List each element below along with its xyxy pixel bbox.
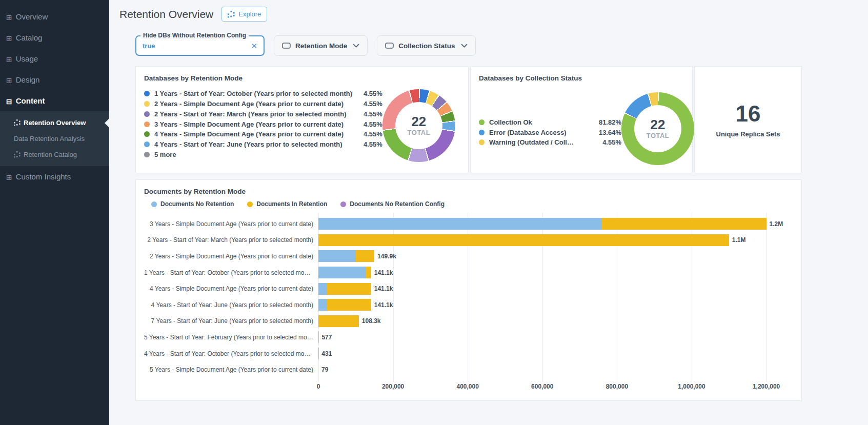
retention-mode-donut-chart[interactable]: 22 TOTAL bbox=[382, 89, 455, 162]
bar-segment[interactable] bbox=[366, 267, 371, 278]
bar-row: 4 Years - Simple Document Age (Years pri… bbox=[144, 280, 793, 297]
sidebar-item-label: Content bbox=[16, 96, 45, 105]
sidebar-item-data-retention-analysis[interactable]: Data Retention Analysis bbox=[0, 131, 109, 147]
bar-track[interactable]: 141.1k bbox=[318, 283, 793, 295]
x-axis-tick-label: 800,000 bbox=[606, 383, 628, 390]
legend-percent: 4.55% bbox=[595, 138, 621, 146]
bar-track[interactable]: 431 bbox=[318, 348, 793, 359]
legend-color-dot bbox=[144, 122, 150, 127]
hide-dbs-filter-input[interactable]: Hide DBs Without Retention Config true ✕ bbox=[135, 35, 265, 56]
legend-label: 4 Years - Simple Document Age (Years pri… bbox=[154, 130, 360, 138]
explore-button-label: Explore bbox=[238, 10, 261, 18]
legend-percent: 4.55% bbox=[364, 120, 382, 128]
retention-mode-legend: 1 Years - Start of Year: October (Years … bbox=[144, 89, 382, 159]
bar-category-label: 2 Years - Start of Year: March (Years pr… bbox=[144, 236, 318, 244]
filter-value: true bbox=[143, 42, 251, 50]
sidebar-item-retention-overview[interactable]: Retention Overview bbox=[0, 115, 109, 131]
legend-label: 3 Years - Simple Document Age (Years pri… bbox=[154, 120, 360, 128]
bar-row: 2 Years - Start of Year: March (Years pr… bbox=[144, 232, 793, 249]
bar-row: 1 Years - Start of Year: October (Years … bbox=[144, 265, 793, 281]
card-documents-by-retention-mode: Documents by Retention Mode Documents No… bbox=[135, 179, 802, 401]
bar-track[interactable]: 1.2M bbox=[318, 218, 793, 230]
legend-percent: 4.55% bbox=[364, 90, 382, 97]
card-title: Documents by Retention Mode bbox=[144, 188, 793, 195]
legend-item[interactable]: Warning (Outdated / Coll…4.55% bbox=[479, 137, 621, 148]
plus-square-icon: ⊞ bbox=[6, 174, 12, 181]
bar-segment[interactable] bbox=[318, 267, 366, 278]
replica-sets-count: 16 bbox=[736, 102, 761, 126]
legend-item[interactable]: Error (Database Access)13.64% bbox=[479, 127, 621, 137]
legend-item[interactable]: 2 Years - Simple Document Age (Years pri… bbox=[144, 99, 382, 109]
bar-value-label: 141.1k bbox=[374, 301, 393, 309]
documents-bar-chart: 3 Years - Simple Document Age (Years pri… bbox=[144, 216, 793, 393]
plus-square-icon: ⊞ bbox=[6, 35, 12, 42]
legend-percent: 13.64% bbox=[595, 129, 621, 136]
sidebar-item-custom-insights[interactable]: ⊞ Custom Insights bbox=[0, 166, 109, 187]
sidebar-item-retention-catalog[interactable]: Retention Catalog bbox=[0, 147, 109, 163]
legend-percent: 4.55% bbox=[364, 110, 382, 118]
clear-filter-icon[interactable]: ✕ bbox=[251, 42, 257, 50]
main-content: Retention Overview Explore Hide DBs With… bbox=[109, 0, 868, 425]
bar-track[interactable]: 149.9k bbox=[318, 250, 793, 262]
sidebar-item-usage[interactable]: ⊞ Usage bbox=[0, 48, 109, 69]
bar-segment[interactable] bbox=[327, 299, 371, 311]
plus-square-icon: ⊞ bbox=[6, 56, 12, 63]
legend-color-dot bbox=[144, 131, 150, 137]
bar-segment[interactable] bbox=[318, 315, 359, 327]
sidebar-item-label: Usage bbox=[16, 54, 38, 63]
bar-segment[interactable] bbox=[356, 250, 374, 262]
collection-status-dropdown[interactable]: Collection Status bbox=[377, 35, 475, 56]
bar-track[interactable]: 141.1k bbox=[318, 299, 793, 311]
sidebar-item-label: Retention Catalog bbox=[24, 151, 77, 158]
bar-segment[interactable] bbox=[318, 250, 356, 262]
app-window: ⊞ Overview ⊞ Catalog ⊞ Usage ⊞ Design ⊟ … bbox=[0, 0, 868, 425]
x-axis: 0200,000400,000600,000800,0001,000,0001,… bbox=[318, 383, 793, 393]
bar-segment[interactable] bbox=[318, 283, 327, 295]
bar-row: 3 Years - Simple Document Age (Years pri… bbox=[144, 216, 793, 232]
sidebar-item-overview[interactable]: ⊞ Overview bbox=[0, 6, 109, 27]
content-submenu: Retention Overview Data Retention Analys… bbox=[0, 111, 109, 166]
bar-value-label: 1.2M bbox=[770, 220, 783, 228]
legend-color-dot bbox=[151, 201, 157, 207]
retention-mode-dropdown[interactable]: Retention Mode bbox=[274, 35, 368, 56]
legend-color-dot bbox=[247, 201, 253, 207]
bar-track[interactable]: 1.1M bbox=[318, 234, 793, 246]
chart-icon bbox=[14, 119, 21, 126]
bar-segment[interactable] bbox=[318, 234, 729, 246]
active-item-notch bbox=[105, 118, 109, 128]
bar-value-label: 141.1k bbox=[374, 269, 393, 276]
legend-item[interactable]: 1 Years - Start of Year: October (Years … bbox=[144, 89, 382, 99]
legend-item[interactable]: Documents No Retention Config bbox=[340, 200, 445, 208]
legend-item[interactable]: 2 Years - Start of Year: March (Years pr… bbox=[144, 109, 382, 119]
bar-track[interactable]: 108.3k bbox=[318, 315, 793, 327]
sidebar-item-content[interactable]: ⊟ Content bbox=[0, 90, 109, 111]
explore-button[interactable]: Explore bbox=[221, 7, 267, 22]
bar-segment[interactable] bbox=[602, 218, 766, 230]
legend-label: 2 Years - Start of Year: March (Years pr… bbox=[154, 110, 360, 118]
donut-total: 22 bbox=[651, 118, 665, 132]
bar-segment[interactable] bbox=[318, 218, 602, 230]
bar-segment[interactable] bbox=[327, 283, 371, 295]
legend-item[interactable]: Documents No Retention bbox=[151, 200, 234, 208]
explore-chart-icon bbox=[228, 11, 235, 18]
bar-row: 4 Years - Start of Year: June (Years pri… bbox=[144, 297, 793, 313]
bar-category-label: 1 Years - Start of Year: October (Years … bbox=[144, 269, 318, 276]
x-axis-tick-label: 0 bbox=[317, 383, 320, 390]
bar-segment[interactable] bbox=[318, 299, 327, 311]
legend-item[interactable]: 4 Years - Start of Year: June (Years pri… bbox=[144, 139, 382, 150]
x-axis-tick-label: 1,000,000 bbox=[678, 383, 705, 390]
legend-item[interactable]: Documents In Retention bbox=[247, 200, 327, 208]
legend-item[interactable]: Collection Ok81.82% bbox=[479, 117, 621, 127]
filter-bar: Hide DBs Without Retention Config true ✕… bbox=[135, 35, 802, 56]
chevron-down-icon bbox=[461, 44, 468, 48]
bar-track[interactable]: 79 bbox=[318, 364, 793, 376]
sidebar-item-design[interactable]: ⊞ Design bbox=[0, 69, 109, 90]
collection-status-donut-chart[interactable]: 22 TOTAL bbox=[621, 92, 694, 165]
sidebar-item-catalog[interactable]: ⊞ Catalog bbox=[0, 27, 109, 48]
legend-item[interactable]: 4 Years - Simple Document Age (Years pri… bbox=[144, 129, 382, 139]
legend-item[interactable]: 5 more bbox=[144, 149, 382, 159]
bar-track[interactable]: 577 bbox=[318, 331, 793, 343]
bar-track[interactable]: 141.1k bbox=[318, 267, 793, 278]
sidebar-item-label: Design bbox=[16, 75, 40, 84]
legend-item[interactable]: 3 Years - Simple Document Age (Years pri… bbox=[144, 119, 382, 129]
